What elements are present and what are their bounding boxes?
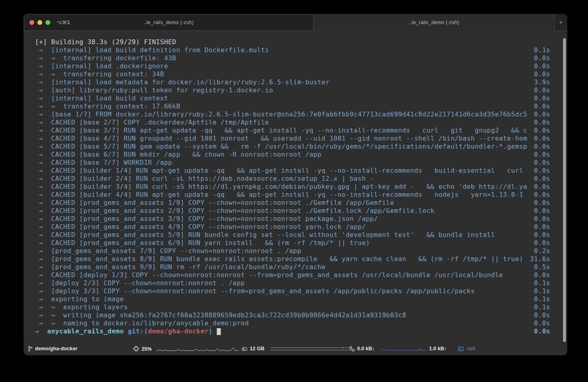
line-text: ⇒ CACHED [prod_gems_and_assets 1/9] COPY… xyxy=(35,199,528,207)
terminal-line: ⇒ ⇒ transferring context: 17.66kB0.0s xyxy=(35,102,550,110)
close-button[interactable] xyxy=(29,20,34,25)
plus-icon: + xyxy=(559,18,563,27)
network-upload-status[interactable]: 1.0 kB↑ xyxy=(429,346,447,351)
line-text: ⇒ [prod_gems_and_assets 8/9] RUN bundle … xyxy=(35,255,528,263)
network-up-label: 1.0 kB↑ xyxy=(429,346,447,351)
line-duration: 0.0s xyxy=(528,143,550,151)
terminal-line: ⇒ CACHED [prod_gems_and_assets 5/9] RUN … xyxy=(35,231,550,239)
terminal-line: ⇒ ⇒ naming to docker.io/library/anycable… xyxy=(35,319,550,327)
line-duration: 0.0s xyxy=(528,110,550,118)
line-text: ⇒ CACHED [prod_gems_and_assets 2/9] COPY… xyxy=(35,207,528,215)
terminal-line: ⇒ CACHED [builder 3/4] RUN curl -sS http… xyxy=(35,183,550,191)
terminal-output: [+] Building 38.3s (29/29) FINISHED ⇒ [i… xyxy=(35,38,550,327)
line-text: ⇒ [internal] load .dockerignore xyxy=(35,62,528,70)
terminal-line: ⇒ CACHED [base 3/7] RUN apt-get update -… xyxy=(35,127,550,135)
terminal-line: ⇒ [internal] load metadata for docker.io… xyxy=(35,78,550,86)
line-text: ⇒ CACHED [base 2/7] COPY .dockerdev/Aptf… xyxy=(35,118,528,127)
line-text: ⇒ [internal] load metadata for docker.io… xyxy=(35,78,528,86)
line-text: ⇒ ⇒ transferring context: 17.66kB xyxy=(35,102,528,110)
line-text: ⇒ CACHED [base 5/7] RUN gem update --sys… xyxy=(35,143,528,151)
prompt-git-branch: demo/gha-docker xyxy=(148,327,209,335)
terminal-line: ⇒ [deploy 2/3] COPY --chown=nonroot:nonr… xyxy=(35,279,550,287)
line-duration: 0.0s xyxy=(528,231,550,239)
line-duration: 31.6s xyxy=(528,255,550,263)
memory-graph xyxy=(270,346,351,351)
tab-bar: ⌥⌘1 ..le_rails_demo (-zsh) ..le_rails_de… xyxy=(24,14,567,31)
line-text: ⇒ CACHED [builder 1/4] RUN apt-get updat… xyxy=(35,167,528,175)
terminal-content[interactable]: [+] Building 38.3s (29/29) FINISHED ⇒ [i… xyxy=(24,31,567,342)
line-text: ⇒ [internal] load build context xyxy=(35,94,528,102)
network-down-label: 0.0 kB↓ xyxy=(357,346,375,351)
line-text: ⇒ [deploy 2/3] COPY --chown=nonroot:nonr… xyxy=(35,279,528,287)
shell-label: -zsh xyxy=(466,346,475,351)
tab-title: ..le_rails_demo (-zsh) xyxy=(144,20,194,25)
git-branch-icon xyxy=(28,346,33,351)
terminal-line: ⇒ CACHED [prod_gems_and_assets 6/9] RUN … xyxy=(35,239,550,247)
cpu-status[interactable]: 25% xyxy=(133,346,239,352)
window-shortcut-badge: ⌥⌘1 xyxy=(57,14,70,31)
zoom-button[interactable] xyxy=(45,20,50,25)
tab-rails-demo-inactive[interactable]: ..le_rails_demo (-zsh) xyxy=(314,14,554,31)
terminal-line: ⇒ [internal] load build definition from … xyxy=(35,46,550,54)
new-tab-button[interactable]: + xyxy=(554,14,567,31)
tab-title: ..le_rails_demo (-zsh) xyxy=(409,20,459,25)
line-text: ⇒ CACHED [builder 4/4] RUN apt-get updat… xyxy=(35,191,528,199)
terminal-line: ⇒ CACHED [prod_gems_and_assets 3/9] COPY… xyxy=(35,215,550,223)
shell-icon xyxy=(458,346,463,351)
line-duration: 0.0s xyxy=(528,271,550,279)
terminal-line: ⇒ [prod_gems_and_assets 9/9] RUN rm -rf … xyxy=(35,263,550,271)
terminal-line: ⇒ [auth] library/ruby:pull token for reg… xyxy=(35,86,550,94)
line-text: ⇒ ⇒ naming to docker.io/library/anycable… xyxy=(35,319,528,327)
minimize-button[interactable] xyxy=(37,20,42,25)
terminal-line: ⇒ [internal] load build context0.0s xyxy=(35,94,550,102)
memory-status[interactable]: 12 GB xyxy=(242,346,351,351)
line-text: [+] Building 38.3s (29/29) FINISHED xyxy=(35,38,528,46)
cpu-sparkline xyxy=(156,346,239,351)
status-bar: demo/gha-docker 25% xyxy=(24,342,567,355)
git-branch-label: demo/gha-docker xyxy=(35,346,78,351)
line-duration: 0.0s xyxy=(528,175,550,183)
line-duration: 0.0s xyxy=(528,54,550,62)
text-cursor xyxy=(217,328,221,335)
terminal-line: ⇒ ⇒ transferring context: 34B0.0s xyxy=(35,70,550,78)
line-duration: 0.0s xyxy=(528,223,550,231)
line-text: ⇒ CACHED [prod_gems_and_assets 4/9] COPY… xyxy=(35,223,528,231)
line-duration: 0.1s xyxy=(528,279,550,287)
line-duration: 0.1s xyxy=(528,295,550,303)
terminal-line: ⇒ CACHED [builder 4/4] RUN apt-get updat… xyxy=(35,191,550,199)
terminal-line: ⇒ CACHED [base 5/7] RUN gem update --sys… xyxy=(35,143,550,151)
line-text: ⇒ CACHED [base 3/7] RUN apt-get update -… xyxy=(35,127,528,135)
git-branch-status[interactable]: demo/gha-docker xyxy=(28,346,78,351)
line-duration: 0.0s xyxy=(528,94,550,102)
line-duration: 0.0s xyxy=(528,167,550,175)
line-text: ⇒ [auth] library/ruby:pull token for reg… xyxy=(35,86,528,94)
terminal-line: ⇒ [prod_gems_and_assets 7/9] COPY --chow… xyxy=(35,247,550,255)
terminal-line: ⇒ CACHED [base 4/7] RUN groupadd --gid 1… xyxy=(35,135,550,143)
line-duration: 0.0s xyxy=(528,311,550,319)
line-text: ⇒ ⇒ transferring context: 34B xyxy=(35,70,528,78)
shell-status[interactable]: -zsh xyxy=(458,346,475,351)
scrollbar[interactable] xyxy=(563,38,566,343)
line-text: ⇒ CACHED [builder 3/4] RUN curl -sS http… xyxy=(35,183,528,191)
line-duration: 0.0s xyxy=(528,127,550,135)
prompt-git-suffix: ) xyxy=(208,327,212,335)
terminal-line: ⇒ CACHED [prod_gems_and_assets 2/9] COPY… xyxy=(35,207,550,215)
line-text: ⇒ CACHED [prod_gems_and_assets 3/9] COPY… xyxy=(35,215,528,223)
terminal-line: ⇒ ⇒ transferring dockerfile: 43B0.0s xyxy=(35,54,550,62)
memory-label: 12 GB xyxy=(250,346,265,351)
tab-rails-demo-active[interactable]: ⌥⌘1 ..le_rails_demo (-zsh) xyxy=(24,14,314,31)
line-duration: 0.0s xyxy=(528,135,550,143)
terminal-window: ⌥⌘1 ..le_rails_demo (-zsh) ..le_rails_de… xyxy=(24,14,567,355)
terminal-line: [+] Building 38.3s (29/29) FINISHED xyxy=(35,38,550,46)
line-text: ⇒ [internal] load build definition from … xyxy=(35,46,528,54)
terminal-line: ⇒ CACHED [base 6/7] RUN mkdir /app && ch… xyxy=(35,151,550,159)
terminal-line: ⇒ CACHED [prod_gems_and_assets 1/9] COPY… xyxy=(35,199,550,207)
terminal-line: ⇒ CACHED [builder 2/4] RUN curl -sL http… xyxy=(35,175,550,183)
line-duration: 0.1s xyxy=(528,303,550,311)
terminal-line: ⇒ exporting to image0.1s xyxy=(35,295,550,303)
line-text: ⇒ CACHED [builder 2/4] RUN curl -sL http… xyxy=(35,175,528,183)
terminal-line: ⇒ [prod_gems_and_assets 8/9] RUN bundle … xyxy=(35,255,550,263)
terminal-line: ⇒ CACHED [base 7/7] WORKDIR /app0.0s xyxy=(35,159,550,167)
network-download-status[interactable]: 0.0 kB↓ xyxy=(350,346,428,351)
line-text: ⇒ CACHED [deploy 1/3] COPY --chown=nonro… xyxy=(35,271,528,279)
